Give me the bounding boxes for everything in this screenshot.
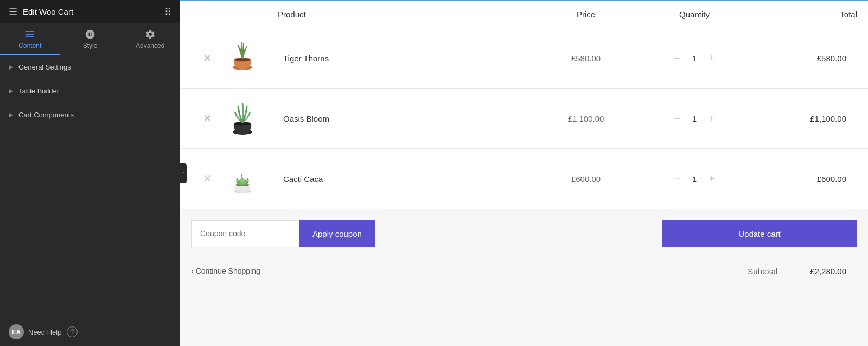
chevron-icon-cart: ▶	[9, 111, 13, 118]
cacti-caca-image	[226, 160, 259, 198]
qty-increase-3[interactable]: +	[706, 173, 717, 185]
update-cart-button[interactable]: Update cart	[662, 220, 857, 247]
tab-content[interactable]: Content	[0, 23, 60, 55]
product-total-3: £600.00	[749, 174, 857, 184]
product-price-2: £1,100.00	[532, 114, 640, 123]
cart-table: Product Price Quantity Total ✕	[180, 1, 868, 209]
grid-icon[interactable]: ⠿	[164, 6, 171, 18]
hamburger-icon[interactable]: ☰	[9, 6, 17, 18]
advanced-icon	[145, 29, 156, 40]
help-circle-icon[interactable]: ?	[67, 326, 78, 337]
tab-advanced-label: Advanced	[136, 42, 164, 49]
table-row: ✕ Tiger Th	[180, 28, 868, 89]
chevron-icon-table: ▶	[9, 87, 13, 95]
tab-content-label: Content	[18, 42, 41, 49]
product-total-2: £1,100.00	[749, 114, 857, 123]
header-price: Price	[532, 10, 640, 19]
collapse-handle[interactable]: ‹	[180, 163, 187, 183]
main-content: Product Price Quantity Total ✕	[180, 0, 868, 346]
qty-increase-2[interactable]: +	[706, 113, 717, 124]
ea-badge: EA	[9, 324, 24, 339]
product-image-3	[224, 160, 261, 198]
header-product: Product	[278, 10, 532, 19]
header-quantity: Quantity	[640, 10, 749, 19]
cart-bottom: ‹ Continue Shopping Subtotal £2,280.00	[180, 258, 868, 281]
tab-style-label: Style	[83, 42, 98, 49]
sidebar-tabs: Content Style Advanced	[0, 23, 180, 55]
need-help-label: Need Help	[28, 328, 61, 336]
cart-table-header: Product Price Quantity Total	[180, 1, 868, 28]
cart-components-label: Cart Components	[18, 111, 74, 119]
product-name-3: Cacti Caca	[278, 174, 532, 184]
style-icon	[85, 29, 95, 40]
sidebar-header-left: ☰ Edit Woo Cart	[9, 6, 73, 18]
sidebar-header: ☰ Edit Woo Cart ⠿	[0, 0, 180, 23]
qty-value-1: 1	[689, 54, 700, 63]
sidebar-item-table-builder[interactable]: ▶ Table Builder	[0, 79, 180, 103]
sidebar-title: Edit Woo Cart	[23, 7, 73, 16]
qty-control-2: − 1 +	[640, 113, 749, 124]
continue-shopping-link[interactable]: ‹ Continue Shopping	[191, 267, 260, 275]
subtotal-value: £2,280.00	[810, 267, 846, 276]
qty-decrease-3[interactable]: −	[672, 173, 682, 185]
need-help-section[interactable]: EA Need Help ?	[0, 318, 180, 346]
continue-shopping-label: Continue Shopping	[196, 267, 260, 275]
table-row: ✕	[180, 149, 868, 209]
subtotal-label: Subtotal	[748, 267, 777, 276]
product-total-1: £580.00	[749, 54, 857, 63]
remove-item-3[interactable]: ✕	[191, 172, 224, 185]
oasis-bloom-image	[226, 97, 259, 140]
qty-decrease-2[interactable]: −	[672, 113, 682, 124]
sidebar-item-general-settings[interactable]: ▶ General Settings	[0, 55, 180, 79]
continue-shopping-arrow: ‹	[191, 267, 194, 275]
product-name-2: Oasis Bloom	[278, 114, 532, 123]
content-icon	[24, 29, 35, 40]
tiger-thorns-image	[226, 39, 259, 77]
qty-control-3: − 1 +	[640, 173, 749, 185]
subtotal-area: Subtotal £2,280.00	[748, 267, 857, 276]
table-row: ✕ Oasis Bloom £	[180, 89, 868, 149]
general-settings-label: General Settings	[18, 63, 71, 71]
product-price-3: £600.00	[532, 174, 640, 184]
qty-control-1: − 1 +	[640, 53, 749, 64]
remove-item-2[interactable]: ✕	[191, 112, 224, 125]
apply-coupon-button[interactable]: Apply coupon	[299, 220, 375, 247]
tab-advanced[interactable]: Advanced	[120, 23, 180, 55]
product-image-2	[224, 99, 261, 137]
chevron-icon-general: ▶	[9, 64, 13, 71]
sidebar-item-cart-components[interactable]: ▶ Cart Components	[0, 103, 180, 127]
header-total: Total	[749, 10, 857, 19]
remove-item-1[interactable]: ✕	[191, 52, 224, 65]
product-name-1: Tiger Thorns	[278, 54, 532, 63]
qty-value-2: 1	[689, 114, 700, 123]
qty-value-3: 1	[689, 174, 700, 184]
table-builder-label: Table Builder	[18, 87, 59, 95]
coupon-area: Apply coupon	[191, 220, 375, 247]
qty-increase-1[interactable]: +	[706, 53, 717, 64]
product-image-1	[224, 39, 261, 77]
coupon-input[interactable]	[191, 220, 299, 247]
header-remove	[191, 10, 278, 19]
product-price-1: £580.00	[532, 54, 640, 63]
tab-style[interactable]: Style	[60, 23, 120, 55]
sidebar: ☰ Edit Woo Cart ⠿ Content Style Advanced…	[0, 0, 180, 346]
qty-decrease-1[interactable]: −	[672, 53, 682, 64]
cart-footer: Apply coupon Update cart	[180, 209, 868, 258]
